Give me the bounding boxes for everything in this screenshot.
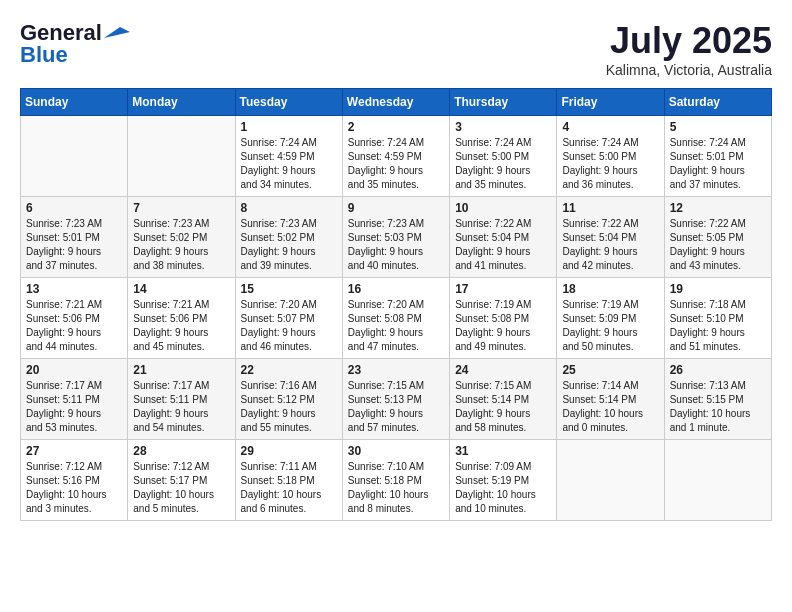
day-number: 28 [133, 444, 229, 458]
logo: General Blue [20, 20, 134, 68]
day-number: 14 [133, 282, 229, 296]
calendar-cell: 28Sunrise: 7:12 AM Sunset: 5:17 PM Dayli… [128, 440, 235, 521]
day-info: Sunrise: 7:20 AM Sunset: 5:07 PM Dayligh… [241, 298, 337, 354]
day-info: Sunrise: 7:19 AM Sunset: 5:09 PM Dayligh… [562, 298, 658, 354]
calendar-cell: 6Sunrise: 7:23 AM Sunset: 5:01 PM Daylig… [21, 197, 128, 278]
day-number: 9 [348, 201, 444, 215]
day-number: 25 [562, 363, 658, 377]
month-title: July 2025 [606, 20, 772, 62]
day-info: Sunrise: 7:14 AM Sunset: 5:14 PM Dayligh… [562, 379, 658, 435]
day-number: 31 [455, 444, 551, 458]
day-number: 16 [348, 282, 444, 296]
day-info: Sunrise: 7:21 AM Sunset: 5:06 PM Dayligh… [133, 298, 229, 354]
calendar-cell: 31Sunrise: 7:09 AM Sunset: 5:19 PM Dayli… [450, 440, 557, 521]
day-info: Sunrise: 7:13 AM Sunset: 5:15 PM Dayligh… [670, 379, 766, 435]
calendar-cell: 26Sunrise: 7:13 AM Sunset: 5:15 PM Dayli… [664, 359, 771, 440]
calendar-cell [664, 440, 771, 521]
calendar-cell: 3Sunrise: 7:24 AM Sunset: 5:00 PM Daylig… [450, 116, 557, 197]
calendar-cell: 24Sunrise: 7:15 AM Sunset: 5:14 PM Dayli… [450, 359, 557, 440]
day-number: 11 [562, 201, 658, 215]
day-info: Sunrise: 7:24 AM Sunset: 4:59 PM Dayligh… [348, 136, 444, 192]
calendar-cell [128, 116, 235, 197]
day-number: 30 [348, 444, 444, 458]
day-number: 13 [26, 282, 122, 296]
day-info: Sunrise: 7:12 AM Sunset: 5:17 PM Dayligh… [133, 460, 229, 516]
day-number: 22 [241, 363, 337, 377]
day-info: Sunrise: 7:23 AM Sunset: 5:02 PM Dayligh… [133, 217, 229, 273]
day-info: Sunrise: 7:18 AM Sunset: 5:10 PM Dayligh… [670, 298, 766, 354]
calendar-cell: 21Sunrise: 7:17 AM Sunset: 5:11 PM Dayli… [128, 359, 235, 440]
day-info: Sunrise: 7:15 AM Sunset: 5:14 PM Dayligh… [455, 379, 551, 435]
calendar-cell: 30Sunrise: 7:10 AM Sunset: 5:18 PM Dayli… [342, 440, 449, 521]
day-info: Sunrise: 7:23 AM Sunset: 5:01 PM Dayligh… [26, 217, 122, 273]
day-number: 19 [670, 282, 766, 296]
calendar-cell: 17Sunrise: 7:19 AM Sunset: 5:08 PM Dayli… [450, 278, 557, 359]
logo-blue: Blue [20, 42, 68, 68]
day-number: 4 [562, 120, 658, 134]
day-number: 21 [133, 363, 229, 377]
calendar-cell: 9Sunrise: 7:23 AM Sunset: 5:03 PM Daylig… [342, 197, 449, 278]
svg-marker-0 [104, 27, 130, 38]
day-info: Sunrise: 7:10 AM Sunset: 5:18 PM Dayligh… [348, 460, 444, 516]
day-number: 24 [455, 363, 551, 377]
day-info: Sunrise: 7:24 AM Sunset: 5:00 PM Dayligh… [562, 136, 658, 192]
day-info: Sunrise: 7:17 AM Sunset: 5:11 PM Dayligh… [133, 379, 229, 435]
day-info: Sunrise: 7:17 AM Sunset: 5:11 PM Dayligh… [26, 379, 122, 435]
day-info: Sunrise: 7:19 AM Sunset: 5:08 PM Dayligh… [455, 298, 551, 354]
calendar-cell: 29Sunrise: 7:11 AM Sunset: 5:18 PM Dayli… [235, 440, 342, 521]
day-number: 17 [455, 282, 551, 296]
calendar-cell: 19Sunrise: 7:18 AM Sunset: 5:10 PM Dayli… [664, 278, 771, 359]
day-info: Sunrise: 7:22 AM Sunset: 5:04 PM Dayligh… [562, 217, 658, 273]
day-number: 18 [562, 282, 658, 296]
day-info: Sunrise: 7:11 AM Sunset: 5:18 PM Dayligh… [241, 460, 337, 516]
day-number: 20 [26, 363, 122, 377]
day-info: Sunrise: 7:15 AM Sunset: 5:13 PM Dayligh… [348, 379, 444, 435]
day-number: 2 [348, 120, 444, 134]
calendar-cell: 7Sunrise: 7:23 AM Sunset: 5:02 PM Daylig… [128, 197, 235, 278]
day-info: Sunrise: 7:24 AM Sunset: 5:00 PM Dayligh… [455, 136, 551, 192]
day-number: 23 [348, 363, 444, 377]
calendar-cell: 2Sunrise: 7:24 AM Sunset: 4:59 PM Daylig… [342, 116, 449, 197]
calendar-cell: 27Sunrise: 7:12 AM Sunset: 5:16 PM Dayli… [21, 440, 128, 521]
day-info: Sunrise: 7:12 AM Sunset: 5:16 PM Dayligh… [26, 460, 122, 516]
day-info: Sunrise: 7:22 AM Sunset: 5:05 PM Dayligh… [670, 217, 766, 273]
day-info: Sunrise: 7:23 AM Sunset: 5:02 PM Dayligh… [241, 217, 337, 273]
calendar-cell: 8Sunrise: 7:23 AM Sunset: 5:02 PM Daylig… [235, 197, 342, 278]
calendar-cell: 22Sunrise: 7:16 AM Sunset: 5:12 PM Dayli… [235, 359, 342, 440]
day-number: 5 [670, 120, 766, 134]
calendar-cell: 13Sunrise: 7:21 AM Sunset: 5:06 PM Dayli… [21, 278, 128, 359]
weekday-header: Monday [128, 89, 235, 116]
calendar-cell: 10Sunrise: 7:22 AM Sunset: 5:04 PM Dayli… [450, 197, 557, 278]
weekday-header: Thursday [450, 89, 557, 116]
day-info: Sunrise: 7:22 AM Sunset: 5:04 PM Dayligh… [455, 217, 551, 273]
day-info: Sunrise: 7:20 AM Sunset: 5:08 PM Dayligh… [348, 298, 444, 354]
calendar-cell: 23Sunrise: 7:15 AM Sunset: 5:13 PM Dayli… [342, 359, 449, 440]
day-info: Sunrise: 7:24 AM Sunset: 4:59 PM Dayligh… [241, 136, 337, 192]
day-number: 7 [133, 201, 229, 215]
day-number: 26 [670, 363, 766, 377]
weekday-header: Tuesday [235, 89, 342, 116]
day-info: Sunrise: 7:23 AM Sunset: 5:03 PM Dayligh… [348, 217, 444, 273]
calendar-cell: 14Sunrise: 7:21 AM Sunset: 5:06 PM Dayli… [128, 278, 235, 359]
calendar-cell: 4Sunrise: 7:24 AM Sunset: 5:00 PM Daylig… [557, 116, 664, 197]
day-info: Sunrise: 7:24 AM Sunset: 5:01 PM Dayligh… [670, 136, 766, 192]
calendar-cell: 1Sunrise: 7:24 AM Sunset: 4:59 PM Daylig… [235, 116, 342, 197]
page-header: General Blue July 2025 Kalimna, Victoria… [20, 20, 772, 78]
weekday-header: Sunday [21, 89, 128, 116]
calendar-cell: 15Sunrise: 7:20 AM Sunset: 5:07 PM Dayli… [235, 278, 342, 359]
calendar-cell [557, 440, 664, 521]
calendar-cell: 20Sunrise: 7:17 AM Sunset: 5:11 PM Dayli… [21, 359, 128, 440]
calendar-cell: 12Sunrise: 7:22 AM Sunset: 5:05 PM Dayli… [664, 197, 771, 278]
day-number: 29 [241, 444, 337, 458]
weekday-header: Friday [557, 89, 664, 116]
day-number: 1 [241, 120, 337, 134]
day-info: Sunrise: 7:16 AM Sunset: 5:12 PM Dayligh… [241, 379, 337, 435]
weekday-header: Saturday [664, 89, 771, 116]
day-number: 3 [455, 120, 551, 134]
day-info: Sunrise: 7:09 AM Sunset: 5:19 PM Dayligh… [455, 460, 551, 516]
day-number: 27 [26, 444, 122, 458]
logo-arrow-icon [102, 26, 134, 40]
calendar-cell: 16Sunrise: 7:20 AM Sunset: 5:08 PM Dayli… [342, 278, 449, 359]
calendar-cell: 25Sunrise: 7:14 AM Sunset: 5:14 PM Dayli… [557, 359, 664, 440]
weekday-header: Wednesday [342, 89, 449, 116]
